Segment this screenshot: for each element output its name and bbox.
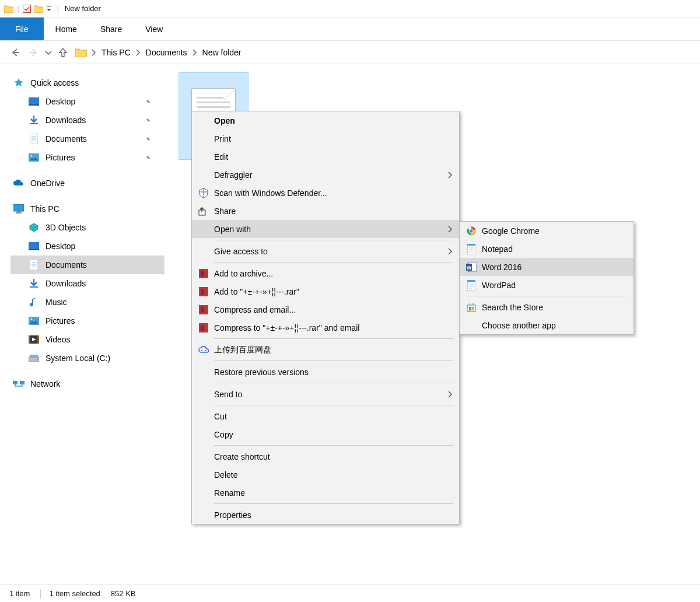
share-icon — [197, 205, 211, 217]
menu-create-shortcut[interactable]: Create shortcut — [192, 447, 459, 466]
sidebar-this-pc[interactable]: This PC — [10, 200, 164, 218]
menu-send-to[interactable]: Send to — [192, 385, 459, 403]
svg-rect-4 — [29, 97, 39, 104]
desktop-icon — [28, 240, 40, 252]
chevron-right-icon — [447, 171, 453, 179]
document-icon — [28, 259, 40, 271]
menu-add-to-rar[interactable]: Add to "+±-+-»+¦¦---.rar" — [192, 282, 459, 300]
menu-open[interactable]: Open — [192, 111, 459, 130]
pin-icon — [145, 98, 154, 105]
sidebar-item-videos[interactable]: Videos — [10, 330, 164, 349]
status-selection: 1 item selected — [49, 589, 100, 598]
breadcrumb[interactable]: This PC Documents New folder — [75, 46, 694, 60]
svg-rect-13 — [13, 204, 24, 211]
status-separator — [40, 589, 41, 598]
menu-separator — [214, 405, 453, 405]
menu-share[interactable]: Share — [192, 202, 459, 220]
winrar-icon — [197, 322, 211, 334]
chevron-right-icon — [447, 225, 453, 233]
menu-separator — [214, 360, 453, 361]
up-button[interactable] — [54, 44, 72, 61]
svg-rect-7 — [30, 134, 38, 144]
svg-rect-1 — [47, 6, 51, 6]
breadcrumb-segment[interactable]: New folder — [199, 46, 245, 60]
svg-rect-51 — [467, 244, 475, 246]
chevron-right-icon[interactable] — [191, 48, 199, 57]
menu-windows-defender[interactable]: Scan with Windows Defender... — [192, 184, 459, 202]
chevron-right-icon — [447, 390, 453, 398]
chevron-right-icon[interactable] — [90, 48, 98, 57]
svg-rect-42 — [205, 307, 206, 313]
menu-compress-email[interactable]: Compress and email... — [192, 300, 459, 318]
sidebar-item-desktop[interactable]: Desktop — [10, 92, 164, 111]
tab-view[interactable]: View — [134, 18, 174, 40]
svg-rect-6 — [30, 123, 38, 124]
sidebar-item-pictures-pc[interactable]: Pictures — [10, 312, 164, 330]
svg-rect-26 — [29, 335, 30, 344]
menu-give-access-to[interactable]: Give access to — [192, 242, 459, 260]
sidebar-item-drive-c[interactable]: System Local (C:) — [10, 349, 164, 368]
menu-properties[interactable]: Properties — [192, 506, 459, 524]
sidebar-item-downloads[interactable]: Downloads — [10, 111, 164, 130]
sidebar-item-3d-objects[interactable]: 3D Objects — [10, 218, 164, 237]
star-icon — [13, 77, 24, 89]
menu-compress-to-rar-email[interactable]: Compress to "+±-+-»+¦¦---.rar" and email — [192, 318, 459, 337]
recent-dropdown[interactable] — [43, 44, 54, 61]
menu-baidu-upload[interactable]: 上传到百度网盘 — [192, 341, 459, 359]
menu-restore-versions[interactable]: Restore previous versions — [192, 363, 459, 381]
submenu-search-store[interactable]: Search the Store — [460, 298, 634, 316]
navigation-pane: Quick access Desktop Downloads Documents… — [0, 64, 164, 584]
sidebar-item-documents-pc[interactable]: Documents — [10, 256, 164, 274]
chevron-right-icon[interactable] — [134, 48, 142, 57]
sidebar-onedrive[interactable]: OneDrive — [10, 174, 164, 192]
cube-icon — [28, 222, 40, 233]
cloud-icon — [13, 177, 24, 189]
svg-rect-41 — [201, 307, 204, 313]
svg-rect-0 — [23, 5, 31, 12]
sidebar-item-music[interactable]: Music — [10, 293, 164, 312]
menu-add-to-archive[interactable]: Add to archive... — [192, 264, 459, 282]
menu-edit[interactable]: Edit — [192, 148, 459, 166]
checkbox-icon[interactable] — [22, 4, 32, 14]
submenu-choose-app[interactable]: Choose another app — [460, 316, 634, 334]
drive-icon — [28, 352, 40, 364]
back-button[interactable] — [6, 44, 24, 61]
menu-delete[interactable]: Delete — [192, 466, 459, 484]
svg-rect-44 — [201, 325, 204, 331]
submenu-chrome[interactable]: Google Chrome — [460, 222, 634, 240]
menu-rename[interactable]: Rename — [192, 484, 459, 502]
sidebar-item-downloads-pc[interactable]: Downloads — [10, 274, 164, 293]
menu-print[interactable]: Print — [192, 130, 459, 148]
sidebar-quick-access[interactable]: Quick access — [10, 74, 164, 92]
svg-rect-29 — [30, 355, 38, 357]
sidebar-item-documents[interactable]: Documents — [10, 130, 164, 148]
baidu-icon — [197, 344, 211, 356]
pin-icon — [145, 154, 154, 161]
sidebar-network[interactable]: Network — [10, 374, 164, 393]
folder-small-icon[interactable] — [33, 4, 44, 14]
sidebar-item-pictures[interactable]: Pictures — [10, 148, 164, 167]
menu-defraggler[interactable]: Defraggler — [192, 166, 459, 184]
menu-cut[interactable]: Cut — [192, 407, 459, 425]
tab-home[interactable]: Home — [44, 18, 89, 40]
svg-rect-14 — [17, 211, 20, 212]
sidebar-item-desktop2[interactable]: Desktop — [10, 237, 164, 256]
pictures-icon — [28, 152, 40, 163]
download-icon — [28, 114, 40, 126]
pin-icon — [145, 117, 154, 124]
window-title: New folder — [65, 4, 101, 13]
menu-open-with[interactable]: Open with — [192, 220, 459, 238]
svg-rect-35 — [201, 271, 204, 276]
breadcrumb-segment[interactable]: This PC — [98, 46, 134, 60]
download-icon — [28, 278, 40, 289]
svg-rect-39 — [205, 289, 206, 295]
breadcrumb-segment[interactable]: Documents — [142, 46, 191, 60]
submenu-notepad[interactable]: Notepad — [460, 240, 634, 258]
submenu-wordpad[interactable]: WordPad — [460, 276, 634, 294]
submenu-word-2016[interactable]: WWord 2016 — [460, 258, 634, 276]
dropdown-icon[interactable] — [45, 4, 53, 14]
tab-file[interactable]: File — [0, 18, 44, 40]
tab-share[interactable]: Share — [89, 18, 134, 40]
menu-copy[interactable]: Copy — [192, 425, 459, 443]
forward-button[interactable] — [24, 44, 43, 61]
